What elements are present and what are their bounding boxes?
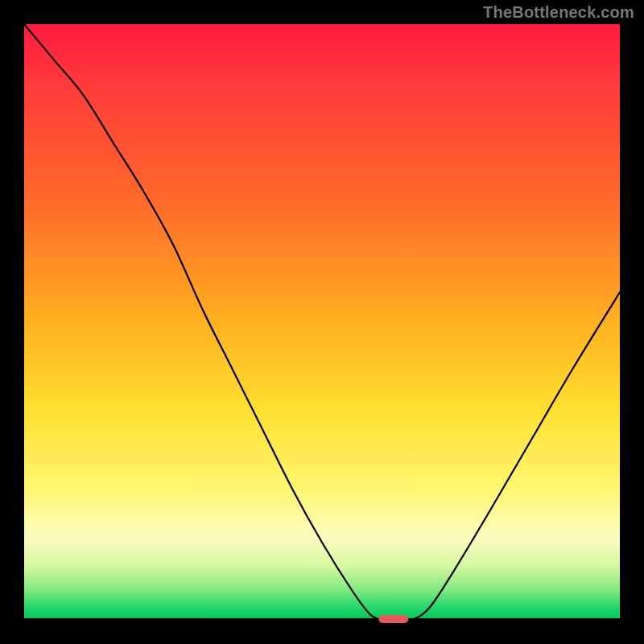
plot-area — [24, 24, 620, 620]
bottleneck-curve — [24, 24, 620, 621]
watermark-text: TheBottleneck.com — [483, 3, 634, 22]
optimal-marker — [378, 615, 408, 623]
chart-frame: TheBottleneck.com — [0, 0, 644, 644]
curve-svg — [24, 24, 620, 620]
